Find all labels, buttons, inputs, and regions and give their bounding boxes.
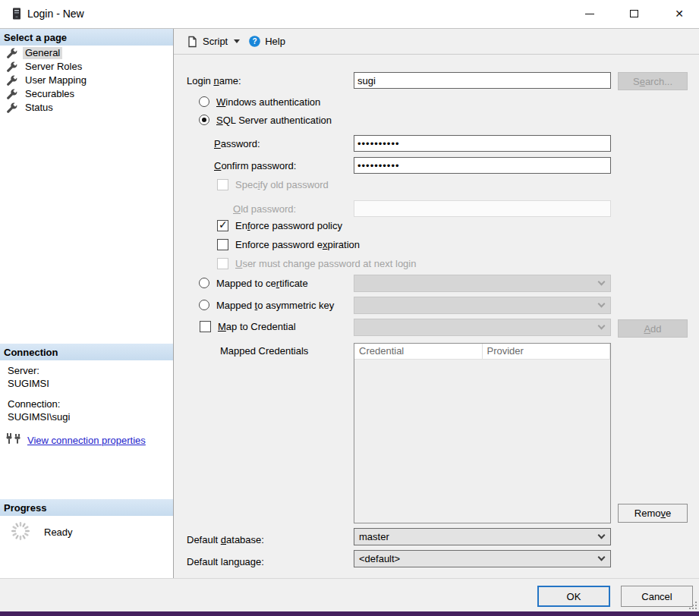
- enforce-password-expiration-label[interactable]: Enforce password expiration: [235, 239, 360, 250]
- sidebar-item-status[interactable]: Status: [0, 101, 173, 115]
- close-button[interactable]: ✕: [667, 3, 691, 24]
- password-input[interactable]: [354, 135, 611, 152]
- sql-server-authentication-label[interactable]: SQL Server authentication: [216, 115, 332, 126]
- mapped-credentials-label: Mapped Credentials: [220, 345, 308, 357]
- login-name-input[interactable]: [354, 72, 611, 89]
- mapped-to-certificate-radio[interactable]: [199, 278, 209, 288]
- sidebar-item-general[interactable]: General: [0, 46, 173, 60]
- resize-grip[interactable]: [689, 602, 697, 609]
- help-label: Help: [265, 36, 285, 47]
- ok-button[interactable]: OK: [537, 586, 610, 607]
- wrench-icon: [6, 61, 17, 73]
- sidebar-item-user-mapping[interactable]: User Mapping: [0, 74, 173, 87]
- credential-dropdown[interactable]: [354, 319, 611, 336]
- connection-header: Connection: [0, 344, 173, 360]
- close-icon: ✕: [675, 8, 684, 19]
- view-connection-properties-link[interactable]: View connection properties: [27, 435, 146, 446]
- chevron-down-icon: [234, 39, 240, 43]
- confirm-password-label: Confirm password:: [214, 160, 296, 171]
- search-button[interactable]: Search...: [618, 72, 688, 90]
- default-language-dropdown[interactable]: <default>: [354, 550, 611, 567]
- remove-button[interactable]: Remove: [618, 504, 688, 523]
- server-app-icon: [11, 8, 23, 23]
- progress-header: Progress: [0, 499, 173, 516]
- title-bar: Login - New ✕: [0, 0, 699, 29]
- svg-text:?: ?: [253, 37, 257, 46]
- windows-authentication-label[interactable]: Windows authentication: [216, 96, 320, 108]
- maximize-button[interactable]: [622, 3, 646, 24]
- old-password-label: Old password:: [233, 203, 296, 215]
- help-button[interactable]: ? Help: [244, 33, 290, 50]
- default-language-label: Default language:: [187, 556, 264, 567]
- chevron-down-icon: [598, 300, 606, 308]
- sidebar-item-securables[interactable]: Securables: [0, 87, 173, 101]
- minimize-button[interactable]: [578, 3, 602, 24]
- enforce-password-policy-label[interactable]: Enforce password policy: [235, 220, 342, 231]
- select-a-page-header: Select a page: [0, 29, 173, 46]
- server-value: SUGIMSI: [8, 378, 49, 389]
- sidebar-item-label: User Mapping: [23, 74, 89, 86]
- progress-spinner-icon: [10, 520, 31, 544]
- map-to-credential-checkbox[interactable]: [200, 321, 211, 332]
- chevron-down-icon: [598, 554, 606, 561]
- cancel-button[interactable]: Cancel: [621, 586, 693, 607]
- default-database-dropdown[interactable]: master: [354, 528, 611, 545]
- wrench-icon: [6, 102, 17, 114]
- mapped-to-asymmetric-key-radio[interactable]: [199, 300, 209, 310]
- enforce-password-expiration-checkbox[interactable]: [217, 239, 228, 250]
- sidebar-item-server-roles[interactable]: Server Roles: [0, 60, 173, 74]
- connection-label: Connection:: [8, 398, 60, 410]
- old-password-input[interactable]: [354, 200, 611, 217]
- map-to-credential-label[interactable]: Map to Credential: [218, 321, 296, 332]
- progress-status: Ready: [44, 526, 73, 538]
- script-button[interactable]: Script: [181, 33, 244, 51]
- default-database-label: Default database:: [187, 534, 264, 545]
- mapped-credentials-table[interactable]: Credential Provider: [354, 343, 611, 523]
- chevron-down-icon: [598, 278, 606, 286]
- connection-value: SUGIMSI\sugi: [8, 411, 70, 423]
- maximize-icon: [630, 10, 638, 17]
- sidebar-item-label: Securables: [23, 88, 77, 100]
- specify-old-password-checkbox[interactable]: [217, 179, 228, 190]
- bottom-accent-bar: [0, 611, 699, 616]
- mapped-to-asymmetric-key-label[interactable]: Mapped to asymmetric key: [216, 300, 334, 311]
- confirm-password-input[interactable]: [354, 157, 611, 174]
- wrench-icon: [6, 75, 17, 86]
- window-title: Login - New: [27, 8, 84, 20]
- minimize-icon: [585, 14, 594, 14]
- enforce-password-policy-checkbox[interactable]: [217, 220, 228, 231]
- script-label: Script: [203, 36, 228, 47]
- server-label: Server:: [8, 365, 39, 376]
- user-must-change-password-label: User must change password at next login: [235, 258, 416, 269]
- windows-authentication-radio[interactable]: [199, 96, 209, 107]
- login-name-label: Login name:: [187, 75, 241, 86]
- add-button[interactable]: Add: [618, 319, 688, 338]
- table-header-row: Credential Provider: [354, 344, 610, 360]
- specify-old-password-label: Specify old password: [235, 179, 329, 190]
- connection-properties-icon: [6, 432, 23, 448]
- wrench-icon: [6, 89, 17, 100]
- sql-server-authentication-radio[interactable]: [199, 115, 209, 125]
- chevron-down-icon: [598, 532, 606, 539]
- sidebar-item-label: Server Roles: [23, 61, 84, 73]
- toolbar: Script ? Help: [174, 29, 699, 55]
- table-body[interactable]: [354, 360, 610, 523]
- password-label: Password:: [214, 138, 260, 149]
- user-must-change-password-checkbox[interactable]: [217, 258, 228, 269]
- sidebar-item-label: Status: [23, 102, 55, 114]
- column-header-provider[interactable]: Provider: [483, 344, 611, 359]
- wrench-icon: [6, 48, 17, 59]
- help-icon: ?: [249, 36, 260, 47]
- certificate-dropdown[interactable]: [354, 275, 611, 292]
- chevron-down-icon: [598, 322, 606, 330]
- asymmetric-key-dropdown[interactable]: [354, 297, 611, 314]
- default-language-value: <default>: [359, 553, 400, 564]
- mapped-to-certificate-label[interactable]: Mapped to certificate: [216, 278, 308, 289]
- default-database-value: master: [359, 531, 389, 542]
- login-new-dialog: Login - New ✕ Select a page General Serv…: [0, 0, 699, 616]
- sidebar-item-label: General: [23, 47, 62, 59]
- column-header-credential[interactable]: Credential: [354, 344, 483, 359]
- script-icon: [186, 36, 198, 48]
